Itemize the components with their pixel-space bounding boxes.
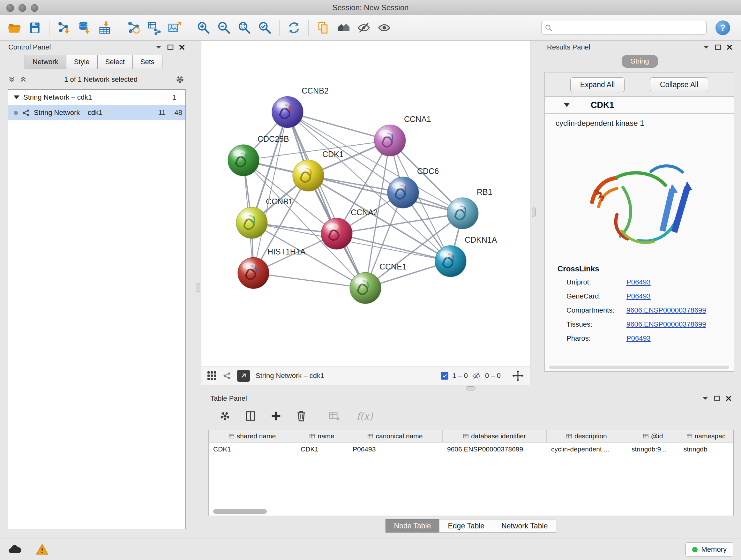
add-row-icon[interactable] bbox=[270, 410, 282, 422]
edge-HIST1H1A-CCNE1[interactable] bbox=[253, 273, 365, 288]
genecard-link[interactable]: P06493 bbox=[626, 292, 651, 300]
network-node-CCNB2[interactable] bbox=[272, 97, 303, 128]
tab-network[interactable]: Network bbox=[24, 55, 66, 69]
warning-icon[interactable] bbox=[36, 544, 49, 555]
home-button[interactable] bbox=[334, 18, 353, 37]
birds-eye-view-icon[interactable] bbox=[207, 371, 217, 381]
pharos-link[interactable]: P06493 bbox=[626, 334, 651, 343]
show-all-button[interactable] bbox=[375, 18, 394, 37]
cloud-status-icon[interactable] bbox=[8, 544, 22, 555]
crosslinks-title: CrossLinks bbox=[545, 260, 734, 275]
selected-indicator-checkbox[interactable] bbox=[441, 372, 448, 380]
column-header-database-identifier[interactable]: database identifier bbox=[443, 430, 547, 442]
gear-icon[interactable] bbox=[175, 74, 185, 84]
tab-edge-table[interactable]: Edge Table bbox=[439, 519, 493, 533]
splitter-handle[interactable] bbox=[196, 283, 200, 293]
network-node-RB1[interactable] bbox=[447, 198, 478, 229]
tab-network-table[interactable]: Network Table bbox=[493, 519, 556, 533]
import-table-button[interactable] bbox=[95, 18, 114, 37]
detach-view-button[interactable] bbox=[237, 370, 250, 382]
collapse-all-button[interactable]: Collapse All bbox=[650, 77, 708, 92]
edge-CCNB2-CCNE1[interactable] bbox=[287, 112, 365, 288]
help-button[interactable]: ? bbox=[716, 20, 730, 35]
hidden-items-icon bbox=[472, 371, 481, 381]
float-panel-icon[interactable] bbox=[167, 44, 174, 50]
network-view: CCNB2CCNA1CDC25BCDK1CDC6RB1CCNB1CCNA2CDK… bbox=[201, 41, 530, 385]
zoom-fit-button[interactable] bbox=[235, 18, 254, 37]
network-node-HIST1H1A[interactable] bbox=[238, 257, 269, 289]
close-panel-icon[interactable] bbox=[179, 44, 185, 51]
delete-trash-icon[interactable] bbox=[295, 410, 307, 422]
disclosure-triangle-icon[interactable] bbox=[14, 96, 19, 99]
table-toolbar: f(x) bbox=[219, 406, 373, 426]
graph-mode-icon[interactable] bbox=[222, 371, 231, 380]
compartments-link[interactable]: 9606.ENSP00000378699 bbox=[626, 306, 706, 314]
network-tools-button[interactable] bbox=[125, 18, 143, 37]
table-settings-gear-icon[interactable] bbox=[219, 410, 231, 422]
expand-all-icon[interactable] bbox=[20, 76, 27, 83]
refresh-button[interactable] bbox=[285, 18, 303, 37]
export-image-button[interactable] bbox=[165, 18, 184, 37]
edge-CDK1-RB1[interactable] bbox=[308, 176, 463, 213]
string-tab-badge[interactable]: String bbox=[622, 55, 658, 68]
fit-content-crosshair-icon[interactable] bbox=[512, 369, 524, 382]
control-panel: Control Panel Network Style Select Sets … bbox=[4, 41, 190, 535]
search-input[interactable] bbox=[555, 23, 703, 32]
panel-menu-icon[interactable] bbox=[155, 45, 162, 50]
network-node-CCNA1[interactable] bbox=[374, 125, 406, 156]
edge-CCNA2-CDKN1A[interactable] bbox=[337, 234, 451, 261]
horizontal-scrollbar[interactable] bbox=[549, 366, 729, 369]
column-header-name[interactable]: name bbox=[296, 430, 348, 442]
expand-all-button[interactable]: Expand All bbox=[570, 77, 625, 92]
column-type-icon bbox=[566, 434, 572, 439]
network-node-CDC25B[interactable] bbox=[228, 145, 259, 176]
gene-card-header[interactable]: CDK1 bbox=[545, 97, 734, 114]
network-canvas[interactable]: CCNB2CCNA1CDC25BCDK1CDC6RB1CCNB1CCNA2CDK… bbox=[201, 41, 530, 367]
disclosure-triangle-icon[interactable] bbox=[564, 103, 569, 107]
open-session-button[interactable] bbox=[5, 18, 23, 37]
horizontal-scrollbar-thumb[interactable] bbox=[213, 509, 267, 514]
tissues-link[interactable]: 9606.ENSP00000378699 bbox=[626, 320, 706, 328]
column-header-canonical-name[interactable]: canonical name bbox=[348, 430, 443, 442]
zoom-out-button[interactable] bbox=[215, 18, 233, 37]
network-row[interactable]: String Network – cdk1 11 48 bbox=[8, 105, 185, 120]
node-label-CDKN1A: CDKN1A bbox=[465, 235, 497, 244]
tab-style[interactable]: Style bbox=[66, 55, 98, 69]
select-columns-icon[interactable] bbox=[244, 410, 257, 422]
column-header-shared-name[interactable]: shared name bbox=[209, 430, 296, 442]
tab-sets[interactable]: Sets bbox=[132, 55, 162, 69]
table-row[interactable]: CDK1 CDK1 P06493 9606.ENSP00000378699 cy… bbox=[209, 442, 733, 456]
tab-node-table[interactable]: Node Table bbox=[386, 519, 440, 533]
tab-select[interactable]: Select bbox=[97, 55, 133, 69]
column-header-namespace[interactable]: namespac bbox=[679, 430, 733, 442]
float-panel-icon[interactable] bbox=[714, 395, 720, 401]
network-node-CDKN1A[interactable] bbox=[435, 246, 466, 277]
splitter-handle[interactable] bbox=[466, 386, 475, 390]
network-node-CDK1[interactable] bbox=[293, 160, 324, 191]
memory-button[interactable]: Memory bbox=[685, 543, 733, 557]
column-header-id[interactable]: @id bbox=[627, 430, 679, 442]
panel-menu-icon[interactable] bbox=[702, 396, 709, 401]
network-collection-row[interactable]: String Network – cdk1 1 bbox=[8, 90, 185, 105]
float-panel-icon[interactable] bbox=[715, 44, 721, 50]
network-node-CCNE1[interactable] bbox=[350, 272, 381, 304]
import-network-file-button[interactable] bbox=[55, 18, 73, 37]
network-node-CCNB1[interactable] bbox=[236, 207, 267, 239]
close-panel-icon[interactable] bbox=[725, 395, 732, 401]
panel-menu-icon[interactable] bbox=[703, 45, 710, 50]
copy-document-button[interactable] bbox=[314, 18, 332, 37]
import-network-database-button[interactable] bbox=[75, 18, 93, 37]
hide-selected-button[interactable] bbox=[354, 18, 373, 37]
save-session-button[interactable] bbox=[25, 18, 44, 37]
network-node-CDC6[interactable] bbox=[387, 177, 419, 208]
network-node-CCNA2[interactable] bbox=[321, 218, 352, 249]
column-header-description[interactable]: description bbox=[547, 430, 627, 442]
uniprot-link[interactable]: P06493 bbox=[626, 278, 651, 287]
collapse-all-icon[interactable] bbox=[8, 76, 15, 83]
network-from-table-button[interactable] bbox=[145, 18, 163, 37]
zoom-selected-button[interactable] bbox=[256, 18, 274, 37]
splitter-handle[interactable] bbox=[532, 207, 536, 217]
zoom-in-button[interactable] bbox=[194, 18, 213, 37]
control-panel-header: Control Panel bbox=[4, 41, 190, 54]
close-panel-icon[interactable] bbox=[726, 44, 733, 51]
